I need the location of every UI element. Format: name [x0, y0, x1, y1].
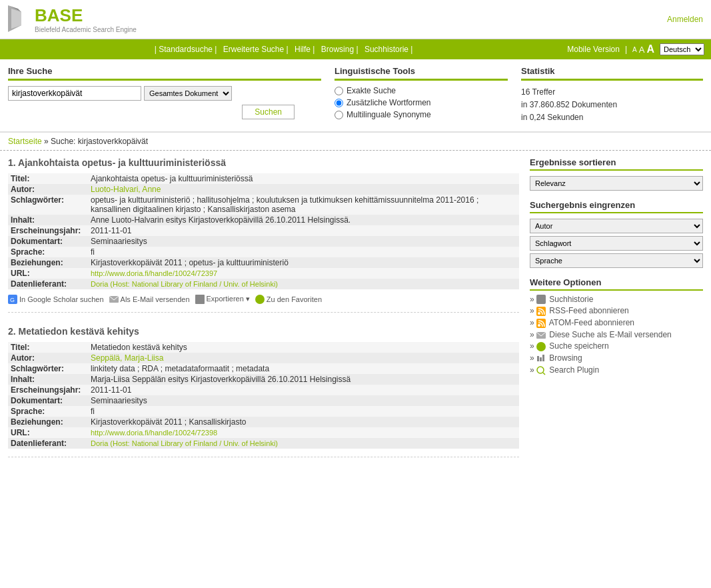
datenlieferant-link-1[interactable]: Doria (Host: National Library of Finland… — [91, 280, 278, 288]
field-label: Schlagwörter: — [8, 195, 88, 215]
search-btn-row: Suchen — [8, 105, 321, 119]
export-link-1[interactable]: Exportieren ▾ — [195, 295, 250, 304]
table-row: Autor: Seppälä, Marja-Liisa — [8, 353, 519, 363]
action-bar-1: G In Google Scholar suchen Als E-Mail ve… — [8, 295, 519, 304]
option-speichern[interactable]: Suche speichern — [536, 341, 609, 351]
font-med-btn[interactable]: A — [639, 45, 645, 55]
option-multilinguale[interactable]: Multilinguale Synonyme — [335, 110, 508, 119]
svg-rect-16 — [540, 357, 542, 361]
field-value: Seppälä, Marja-Liisa — [88, 353, 519, 363]
url-link-2[interactable]: http://www.doria.fi/handle/10024/72398 — [91, 429, 217, 437]
result-2-title-link[interactable]: 2. Metatiedon kestävä kehitys — [8, 326, 139, 337]
favoriten-link-1[interactable]: Zu den Favoriten — [255, 295, 322, 304]
svg-point-14 — [536, 342, 546, 351]
option-browsing[interactable]: Browsing — [536, 353, 582, 363]
table-row: URL: http://www.doria.fi/handle/10024/72… — [8, 268, 519, 279]
stat-dokumente: in 37.860.852 Dokumenten — [521, 99, 703, 111]
author-link-2[interactable]: Seppälä, Marja-Liisa — [91, 353, 163, 363]
font-size-controls: A A A — [632, 43, 654, 55]
breadcrumb-separator: » — [44, 137, 51, 146]
language-select[interactable]: Deutsch English Français — [660, 43, 704, 55]
table-row: Schlagwörter: opetus- ja kulttuuriminist… — [8, 195, 519, 215]
stat-treffer: 16 Treffer — [521, 86, 703, 99]
field-value: fi — [88, 406, 519, 417]
radio-exakte[interactable] — [335, 87, 343, 95]
nav-right: Mobile Version | A A A Deutsch English F… — [567, 43, 711, 55]
mail-icon — [109, 296, 119, 303]
search-panel-title: Ihre Suche — [8, 66, 321, 76]
field-value: Seminaariesitys — [88, 395, 519, 406]
result-1-title-link[interactable]: 1. Ajankohtaista opetus- ja kulttuurimin… — [8, 157, 226, 168]
search-scope-select[interactable]: Gesamtes Dokument Titel Autor Schlagwort — [144, 86, 232, 101]
google-icon: G — [8, 295, 17, 304]
option-rss[interactable]: RSS-Feed abonnieren — [536, 306, 629, 315]
search-input[interactable] — [8, 86, 141, 101]
list-item: Browsing — [530, 353, 703, 363]
field-value: Kirjastoverkkopäivät 2011 ; opetus- ja k… — [88, 257, 519, 268]
google-scholar-link-1[interactable]: G In Google Scholar suchen — [8, 295, 104, 304]
option-zusaetzliche[interactable]: Zusätzliche Wortformen — [335, 98, 508, 107]
result-item-1: 1. Ajankohtaista opetus- ja kulttuurimin… — [8, 157, 519, 313]
option-exakte-label: Exakte Suche — [347, 86, 396, 95]
stat-sekunden: in 0,24 Sekunden — [521, 111, 703, 124]
option-email[interactable]: Diese Suche als E-Mail versenden — [536, 330, 672, 339]
nav-erweiterte[interactable]: Erweiterte Suche | — [223, 45, 289, 54]
list-item: RSS-Feed abonnieren — [530, 306, 703, 316]
field-value: Metatiedon kestävä kehitys — [88, 342, 519, 353]
stats-content: 16 Treffer in 37.860.852 Dokumenten in 0… — [521, 86, 703, 125]
field-label: Sprache: — [8, 247, 88, 257]
breadcrumb-home[interactable]: Startseite — [8, 137, 42, 146]
browsing-icon — [536, 354, 546, 363]
email-link-1[interactable]: Als E-Mail versenden — [109, 295, 190, 303]
nav-suchhistorie[interactable]: Suchhistorie | — [364, 45, 413, 54]
table-row: Datenlieferant: Doria (Host: National Li… — [8, 279, 519, 289]
font-small-btn[interactable]: A — [632, 46, 637, 53]
list-item: Suche speichern — [530, 341, 703, 351]
table-row: Beziehungen: Kirjastoverkkopäivät 2011 ;… — [8, 257, 519, 268]
font-large-btn[interactable]: A — [646, 43, 654, 55]
sort-title: Ergebnisse sortieren — [530, 157, 703, 171]
field-value: 2011-11-01 — [88, 225, 519, 236]
nav-standardsuche[interactable]: | Standardsuche | — [155, 45, 217, 54]
svg-marker-1 — [11, 9, 21, 29]
search-row: Gesamtes Dokument Titel Autor Schlagwort — [8, 86, 321, 101]
svg-rect-15 — [537, 356, 539, 361]
rss-icon — [536, 307, 546, 316]
radio-multilinguale[interactable] — [335, 111, 343, 119]
svg-point-7 — [255, 295, 265, 304]
option-suchhistorie[interactable]: Suchhistorie — [536, 295, 593, 304]
filter-schlagwort-select[interactable]: Schlagwort — [530, 236, 703, 251]
breadcrumb: Startseite » Suche: kirjastoverkkopäivät — [0, 133, 711, 151]
sidebar: Ergebnisse sortieren Relevanz Datum Auto… — [530, 157, 703, 471]
nav-hilfe[interactable]: Hilfe | — [295, 45, 315, 54]
table-row: Dokumentart: Seminaariesitys — [8, 236, 519, 247]
search-divider — [8, 79, 321, 81]
radio-zusaetzliche[interactable] — [335, 99, 343, 107]
option-searchplugin[interactable]: Search Plugin — [536, 365, 599, 375]
linguistic-panel: Linguistische Tools Exakte Suche Zusätzl… — [335, 66, 508, 125]
option-multilinguale-label: Multilinguale Synonyme — [347, 110, 431, 119]
field-label: Dokumentart: — [8, 236, 88, 247]
search-area: Ihre Suche Gesamtes Dokument Titel Autor… — [0, 59, 711, 133]
nav-browsing[interactable]: Browsing | — [321, 45, 358, 54]
filter-sprache-select[interactable]: Sprache — [530, 253, 703, 268]
mobile-version-link[interactable]: Mobile Version — [567, 45, 620, 54]
search-button[interactable]: Suchen — [242, 105, 295, 119]
datenlieferant-link-2[interactable]: Doria (Host: National Library of Finland… — [91, 439, 278, 447]
anmelden-link[interactable]: Anmelden — [667, 15, 703, 24]
author-link-1[interactable]: Luoto-Halvari, Anne — [91, 185, 161, 194]
option-exakte[interactable]: Exakte Suche — [335, 86, 508, 95]
filter-autor-select[interactable]: Autor — [530, 219, 703, 233]
field-value: Luoto-Halvari, Anne — [88, 184, 519, 195]
field-label: Titel: — [8, 342, 88, 353]
option-atom[interactable]: ATOM-Feed abonnieren — [536, 318, 634, 327]
table-row: Sprache: fi — [8, 406, 519, 417]
field-label: Beziehungen: — [8, 417, 88, 427]
nav-links: | Standardsuche | Erweiterte Suche | Hil… — [0, 45, 567, 54]
sort-select[interactable]: Relevanz Datum Autor Titel — [530, 176, 703, 191]
url-link-1[interactable]: http://www.doria.fi/handle/10024/72397 — [91, 269, 217, 277]
svg-rect-17 — [542, 355, 544, 361]
list-item: Search Plugin — [530, 365, 703, 375]
list-item: Diese Suche als E-Mail versenden — [530, 330, 703, 339]
options-section: Weitere Optionen Suchhistorie RSS-Feed a… — [530, 277, 703, 375]
